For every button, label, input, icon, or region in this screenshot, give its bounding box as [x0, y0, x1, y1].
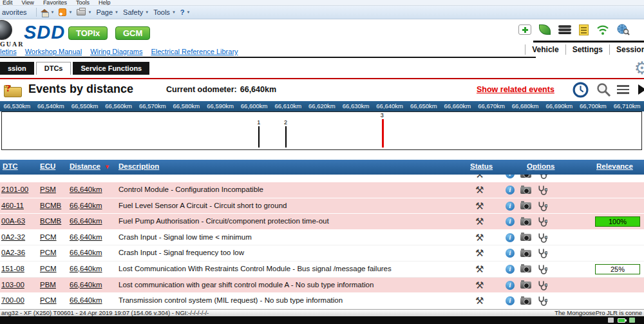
ecu-link[interactable]: PBM [40, 281, 56, 289]
stethoscope-icon[interactable] [537, 296, 547, 306]
table-row[interactable]: 151-08 PCM 66,640km Lost Communication W… [0, 262, 644, 278]
distance-link[interactable]: 66,640km [70, 202, 102, 209]
menu-favorites[interactable]: Favorites [43, 0, 67, 5]
eco-icon[interactable] [539, 24, 551, 35]
camera-icon[interactable] [520, 281, 531, 289]
tab-ssion[interactable]: ssion [0, 62, 34, 75]
camera-icon[interactable] [520, 218, 531, 225]
column-header-distance[interactable]: Distance [70, 162, 100, 170]
info-icon[interactable]: i [506, 281, 515, 290]
ecu-link[interactable]: PCM [40, 233, 57, 241]
ecu-link[interactable]: PCM [40, 249, 57, 256]
safety-menu[interactable]: Safety▼ [123, 8, 149, 16]
distance-link[interactable]: 66,640km [70, 265, 102, 272]
dtc-code-link[interactable]: 103-00 [1, 281, 24, 289]
column-header-status[interactable]: Status [470, 162, 493, 170]
distance-link[interactable]: 66,640km [70, 186, 102, 193]
stethoscope-icon[interactable] [537, 201, 547, 211]
camera-icon[interactable] [520, 265, 531, 272]
dtc-code-link[interactable]: 2101-00 [1, 186, 28, 193]
nav-link-3[interactable]: Electrical Reference Library [151, 48, 238, 55]
table-row[interactable]: 2101-00 PSM 66,640km Control Module - Co… [0, 182, 644, 198]
home-button[interactable]: ▼ [41, 9, 55, 16]
tray-app-icon[interactable] [608, 318, 614, 323]
info-icon[interactable]: i [506, 186, 515, 195]
gear-icon[interactable]: ⚙ [634, 58, 644, 79]
info-icon[interactable]: i [506, 249, 515, 258]
search-icon[interactable] [596, 82, 611, 97]
distance-link[interactable]: 66,640km [70, 281, 102, 289]
utility-tab-vehicle[interactable]: Vehicle [525, 44, 565, 55]
distance-link[interactable]: 66,640km [70, 217, 102, 225]
nav-link-0[interactable]: letins [0, 48, 17, 55]
ecu-link[interactable]: PCM [40, 296, 57, 304]
distance-link[interactable]: 66,640km [70, 233, 102, 241]
nav-link-2[interactable]: Wiring Diagrams [90, 48, 142, 55]
table-row[interactable]: 0A2-32 PCM 66,640km Crash Input - Signal… [0, 230, 644, 246]
topix-button[interactable]: TOPIx [68, 26, 108, 40]
list-view-icon[interactable] [617, 85, 629, 96]
camera-icon[interactable] [520, 234, 531, 241]
ecu-link[interactable]: BCMB [40, 217, 61, 225]
wireless-icon[interactable] [596, 24, 609, 35]
menu-view[interactable]: View [22, 0, 34, 5]
history-clock-icon[interactable] [573, 82, 589, 98]
dtc-code-link[interactable]: 0A2-32 [1, 233, 25, 241]
distance-link[interactable]: 66,640km [70, 249, 102, 256]
nav-link-1[interactable]: Workshop Manual [25, 48, 82, 55]
stethoscope-icon[interactable] [537, 233, 547, 243]
help-folder-icon[interactable]: ? [4, 82, 23, 97]
info-icon[interactable]: i [506, 202, 515, 211]
tab-dtcs[interactable]: DTCs [36, 62, 71, 75]
tools-menu[interactable]: Tools▼ [153, 8, 176, 16]
expand-arrow-icon[interactable] [638, 84, 644, 95]
favorites-button[interactable]: avorites [2, 8, 27, 16]
info-icon[interactable]: i [506, 233, 515, 242]
utility-tab-session[interactable]: Session [609, 44, 644, 55]
notes-icon[interactable] [579, 24, 589, 35]
column-header-description[interactable]: Description [118, 162, 159, 170]
show-related-events-link[interactable]: Show related events [477, 85, 554, 94]
camera-icon[interactable] [520, 298, 531, 305]
table-row[interactable]: 0A2-36 PCM 66,640km Crash Input - Signal… [0, 245, 644, 262]
stethoscope-icon[interactable] [537, 175, 547, 179]
table-row[interactable]: 460-11 BCMB 66,640km Fuel Level Sensor A… [0, 198, 644, 214]
ecu-link[interactable]: PSM [40, 186, 56, 193]
ecu-link[interactable]: PCM [40, 265, 57, 272]
column-header-relevance[interactable]: Relevance [596, 162, 633, 170]
gcm-button[interactable]: GCM [115, 26, 150, 40]
menu-help[interactable]: Help [99, 0, 111, 5]
ecu-link[interactable]: BCMB [40, 202, 61, 209]
web-search-icon[interactable] [617, 24, 630, 35]
dtc-code-link[interactable]: 700-00 [1, 296, 24, 304]
info-icon[interactable]: i [506, 296, 515, 305]
stethoscope-icon[interactable] [537, 185, 547, 195]
tyres-icon[interactable] [558, 24, 571, 35]
info-icon[interactable]: i [506, 265, 515, 274]
network-tray-icon[interactable] [629, 318, 635, 323]
distance-link[interactable]: 66,640km [70, 296, 102, 304]
camera-icon[interactable] [520, 187, 531, 194]
stethoscope-icon[interactable] [537, 280, 547, 291]
first-aid-icon[interactable] [518, 24, 531, 35]
utility-tab-settings[interactable]: Settings [565, 44, 609, 55]
camera-icon[interactable] [520, 175, 531, 178]
camera-icon[interactable] [520, 202, 531, 209]
clipped-table-row[interactable]: ⚒ i [0, 175, 644, 182]
dtc-code-link[interactable]: 151-08 [1, 265, 24, 272]
column-header-ecu[interactable]: ECU [40, 162, 55, 170]
table-row[interactable]: 103-00 PBM 66,640km Lost communication w… [0, 278, 644, 294]
camera-icon[interactable] [520, 250, 531, 257]
dtc-code-link[interactable]: 460-11 [1, 202, 24, 209]
menu-edit[interactable]: Edit [3, 0, 13, 5]
column-header-dtc[interactable]: DTC [3, 162, 18, 170]
dtc-code-link[interactable]: 0A2-36 [1, 249, 25, 256]
print-button[interactable]: ▼ [77, 9, 91, 15]
column-header-options[interactable]: Options [527, 162, 554, 170]
stethoscope-icon[interactable] [537, 216, 547, 227]
stethoscope-icon[interactable] [537, 248, 547, 258]
help-menu[interactable]: ?▼ [180, 8, 191, 16]
table-row[interactable]: 700-00 PCM 66,640km Transmission control… [0, 293, 644, 309]
info-icon[interactable]: i [506, 175, 515, 178]
table-row[interactable]: 00A-63 BCMB 66,640km Fuel Pump Authorisa… [0, 214, 644, 230]
